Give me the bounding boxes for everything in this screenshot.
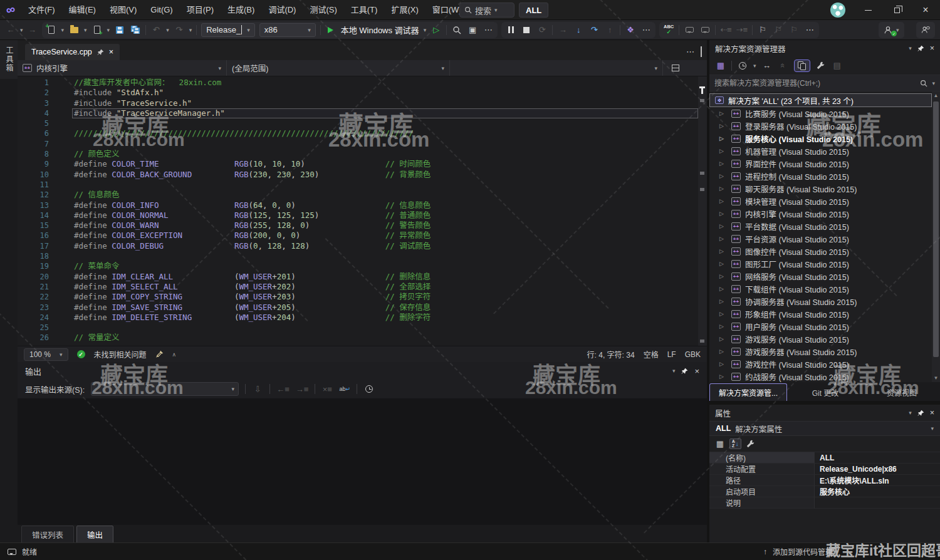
window-position-icon[interactable]: ▾ (909, 410, 912, 416)
categorized-icon[interactable]: ▦ (714, 437, 726, 451)
tree-item-project[interactable]: ▷++约战服务 (Visual Studio 2015) (709, 370, 940, 382)
start-without-debugging-icon[interactable]: ▷ (431, 23, 442, 37)
debug-overflow-icon[interactable]: ⋯ (640, 23, 652, 37)
output-content[interactable] (18, 398, 707, 525)
tree-item-project[interactable]: ▷++进程控制 (Visual Studio 2015) (709, 170, 940, 182)
tab-overflow-icon[interactable]: ⋯ (686, 47, 694, 56)
word-wrap-icon[interactable]: ab↵ (339, 382, 350, 396)
expander-icon[interactable]: ▷ (719, 273, 727, 279)
tree-item-project[interactable]: ▷++比赛服务 (Visual Studio 2015) (709, 107, 940, 120)
spell-check-icon[interactable]: ABC✓ (663, 23, 674, 37)
tree-item-project[interactable]: ▷++游戏控件 (Visual Studio 2015) (709, 358, 940, 370)
avatar[interactable] (830, 3, 845, 18)
decrease-indent-icon[interactable]: ⇠≡ (720, 23, 731, 37)
bookmark-overflow-icon[interactable]: ⋯ (804, 23, 815, 37)
debug-target-label[interactable]: 本地 Windows 调试器 (341, 24, 419, 36)
tree-item-project[interactable]: ▷++网络服务 (Visual Studio 2015) (709, 270, 940, 283)
code-line[interactable]: 4#include "TraceServiceManager.h" (18, 108, 698, 118)
tree-item-project[interactable]: ▷++游戏服务器 (Visual Studio 2015) (709, 345, 940, 358)
expander-icon[interactable]: ▷ (719, 236, 727, 242)
expander-icon[interactable]: ▷ (719, 160, 727, 167)
code-line[interactable]: 19// 菜单命令 (18, 261, 698, 271)
search-icon[interactable] (920, 80, 927, 87)
feedback-bubble-icon[interactable] (8, 549, 16, 555)
code-line[interactable]: 10#define COLOR_BACK_GROUND RGB(230, 230… (18, 170, 698, 180)
document-well-options-icon[interactable] (701, 47, 702, 56)
add-item-icon[interactable]: + (91, 23, 103, 37)
toolbar-overflow-icon[interactable]: ⋯ (483, 23, 494, 37)
configuration-combo[interactable]: Release_▾ (201, 23, 254, 37)
scope-dropdown[interactable]: (全局范围) ▾ (227, 60, 450, 76)
code-line[interactable]: 8// 颜色定义 (18, 149, 698, 159)
close-tab-icon[interactable]: × (109, 48, 113, 56)
close-icon[interactable]: × (930, 408, 934, 417)
property-row[interactable]: 说明 (709, 497, 940, 509)
pause-icon[interactable] (505, 23, 516, 37)
expander-icon[interactable]: ▷ (719, 298, 727, 304)
attach-to-process-icon[interactable]: ▣ (467, 23, 478, 37)
send-feedback-button[interactable] (916, 22, 935, 38)
account-button[interactable]: ✓ ▾ (879, 22, 904, 38)
health-message[interactable]: 未找到相关问题 (94, 349, 147, 360)
window-position-icon[interactable]: ▾ (909, 45, 912, 51)
menu-item[interactable]: 调试(D) (261, 0, 303, 20)
solution-root-node[interactable]: ❖ 解决方案 'ALL' (23 个项目, 共 23 个) (709, 93, 932, 107)
tree-item-project[interactable]: ▷++机器管理 (Visual Studio 2015) (709, 145, 940, 157)
expander-icon[interactable]: ▷ (719, 110, 727, 117)
code-line[interactable]: 1//藏宝库开发者中心官网： 28xin.com (18, 78, 698, 88)
toolbox-tab[interactable]: 工具箱 (0, 40, 18, 79)
chevron-up-icon[interactable]: ∧ (172, 351, 177, 358)
start-debugging-button[interactable] (325, 23, 337, 37)
restore-button[interactable] (882, 0, 911, 20)
tree-item-project[interactable]: ▷++协调服务器 (Visual Studio 2015) (709, 295, 940, 308)
code-line[interactable]: 24#define IDM_DELETE_STRING (WM_USER+204… (18, 313, 698, 323)
code-line[interactable]: 21#define IDM_SELECT_ALL (WM_USER+202) /… (18, 282, 698, 292)
code-line[interactable]: 12// 信息颜色 (18, 190, 698, 200)
code-line[interactable]: 20#define IDM_CLEAR_ALL (WM_USER+201) //… (18, 272, 698, 282)
expander-icon[interactable]: ▷ (719, 198, 727, 204)
save-icon[interactable] (114, 23, 125, 37)
code-line[interactable]: 7 (18, 139, 698, 149)
pin-icon[interactable] (97, 49, 104, 56)
tree-item-project[interactable]: ▷++图像控件 (Visual Studio 2015) (709, 245, 940, 257)
expander-icon[interactable]: ▷ (719, 286, 727, 292)
scrollbar-thumb[interactable] (933, 101, 939, 357)
sync-with-active-document-icon[interactable]: ↔ (761, 59, 773, 73)
find-in-files-icon[interactable] (451, 23, 462, 37)
menu-item[interactable]: 生成(B) (221, 0, 261, 20)
output-source-combo[interactable]: ▾ (91, 382, 239, 396)
collapse-all-icon[interactable]: « (778, 59, 789, 73)
navigate-forward-icon[interactable]: → (27, 23, 38, 37)
tree-item-project[interactable]: ▷++模块管理 (Visual Studio 2015) (709, 195, 940, 207)
window-position-icon[interactable]: ▾ (672, 368, 676, 374)
step-out-icon[interactable]: ↑ (604, 23, 615, 37)
expander-icon[interactable]: ▷ (719, 248, 727, 254)
code-line[interactable]: 14#define COLOR_NORMAL RGB(125, 125, 125… (18, 210, 698, 220)
code-line[interactable]: 5 (18, 118, 698, 128)
property-row[interactable]: 活动配置Release_Unicode|x86 (709, 464, 940, 475)
code-line[interactable]: 22#define IDM_COPY_STRING (WM_USER+203) … (18, 292, 698, 302)
platform-combo[interactable]: x86▾ (259, 23, 316, 37)
encoding-label[interactable]: GBK (685, 350, 701, 359)
code-line[interactable]: 18 (18, 251, 698, 261)
expander-icon[interactable]: ▷ (719, 135, 727, 142)
next-message-icon[interactable]: →≡ (296, 382, 309, 396)
indent-mode-label[interactable]: 空格 (644, 349, 659, 360)
pin-icon[interactable] (917, 410, 924, 417)
panel-tab[interactable]: Git 更改 (787, 383, 864, 401)
sort-alphabetical-icon[interactable]: AZ↓ (729, 438, 741, 450)
step-over-icon[interactable]: ↷ (588, 23, 600, 37)
code-line[interactable]: 16#define COLOR_EXCEPTION RGB(200, 0, 0)… (18, 231, 698, 241)
tree-scrollbar[interactable]: ▲ ▼ (932, 91, 940, 382)
bottom-tab[interactable]: 输出 (76, 526, 113, 544)
panel-tab[interactable]: 解决方案资源管... (709, 383, 787, 401)
menu-item[interactable]: 编辑(E) (62, 0, 103, 20)
menu-item[interactable]: 文件(F) (21, 0, 62, 20)
step-into-icon[interactable]: ↓ (573, 23, 584, 37)
solution-search-input[interactable] (714, 79, 916, 88)
code-cleanup-icon[interactable] (155, 350, 164, 358)
tree-item-project[interactable]: ▷++图形工厂 (Visual Studio 2015) (709, 257, 940, 270)
add-to-source-control-button[interactable]: 添加到源代码管理 (773, 546, 833, 557)
bottom-tab[interactable]: 错误列表 (21, 526, 74, 544)
tree-item-project[interactable]: ▷++游戏服务 (Visual Studio 2015) (709, 333, 940, 345)
